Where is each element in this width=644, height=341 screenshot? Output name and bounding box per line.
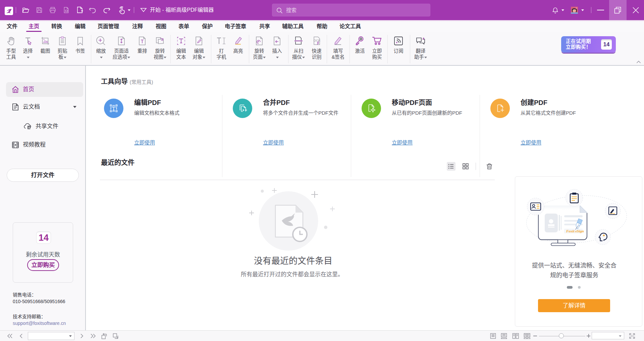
svg-text:Foxit eSign: Foxit eSign bbox=[566, 229, 584, 233]
svg-text:A: A bbox=[423, 37, 425, 40]
svg-text:OCR: OCR bbox=[314, 39, 321, 42]
